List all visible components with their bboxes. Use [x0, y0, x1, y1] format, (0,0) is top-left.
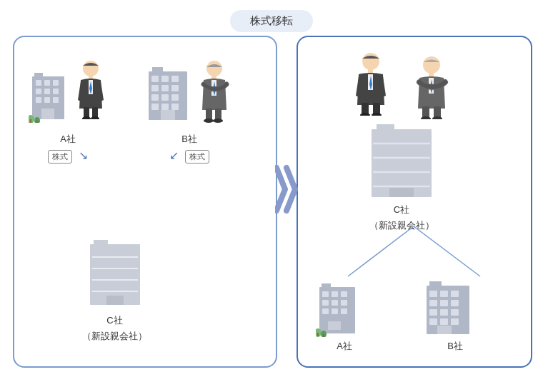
svg-rect-1: [34, 73, 43, 80]
svg-rect-38: [161, 110, 175, 120]
svg-rect-3: [44, 80, 50, 86]
shares-tag-a: 株式: [48, 150, 72, 164]
svg-rect-71: [377, 124, 394, 131]
svg-rect-103: [429, 309, 437, 316]
building-b-right-icon: [423, 280, 487, 337]
svg-rect-86: [341, 300, 347, 306]
svg-line-77: [348, 226, 414, 276]
svg-rect-33: [161, 94, 169, 101]
svg-rect-35: [151, 104, 159, 110]
right-company-a-name: A社: [305, 340, 384, 353]
main-arrow: [275, 164, 298, 217]
left-company-a-name: A社: [29, 133, 107, 146]
person-b-icon: [196, 59, 232, 123]
svg-rect-83: [341, 291, 347, 297]
svg-rect-84: [322, 300, 329, 306]
svg-rect-27: [161, 76, 169, 82]
svg-rect-11: [41, 109, 54, 119]
svg-point-39: [206, 61, 222, 76]
svg-rect-92: [317, 333, 319, 336]
svg-rect-100: [429, 300, 437, 306]
svg-rect-37: [171, 104, 179, 110]
right-company-b: B社: [416, 280, 494, 353]
svg-rect-98: [440, 291, 448, 297]
building-b-icon: [146, 66, 189, 123]
left-company-c-name: C社: [82, 314, 147, 327]
svg-rect-80: [322, 283, 331, 289]
svg-rect-28: [171, 76, 179, 82]
svg-point-62: [423, 56, 440, 74]
person-c2-icon: [412, 55, 452, 119]
building-a-right-icon: [316, 280, 373, 337]
shares-tag-b: 株式: [185, 150, 209, 164]
svg-point-46: [213, 119, 223, 123]
building-c-left-icon: [86, 237, 144, 308]
right-company-c: C社 （新設親会社）: [337, 51, 466, 232]
double-chevron-icon: [275, 164, 298, 214]
svg-point-45: [204, 119, 214, 123]
svg-rect-30: [161, 85, 169, 91]
svg-rect-85: [332, 300, 338, 306]
svg-point-22: [82, 116, 91, 119]
svg-rect-96: [429, 281, 442, 288]
svg-rect-101: [440, 300, 448, 306]
svg-rect-108: [451, 318, 459, 325]
svg-rect-109: [437, 326, 452, 334]
svg-point-54: [362, 53, 379, 70]
svg-rect-104: [440, 309, 448, 316]
svg-rect-4: [53, 80, 59, 86]
svg-line-78: [414, 226, 480, 276]
right-panel: C社 （新設親会社） A社: [297, 36, 532, 368]
svg-rect-32: [151, 94, 159, 101]
svg-point-23: [91, 116, 99, 119]
svg-rect-97: [429, 291, 437, 297]
svg-rect-48: [94, 240, 108, 247]
left-company-b-name: B社: [146, 133, 232, 146]
svg-rect-106: [429, 318, 437, 325]
svg-rect-53: [106, 296, 124, 305]
hierarchy-lines: [305, 226, 523, 283]
svg-rect-7: [53, 89, 59, 94]
left-company-a: A社 株式 ↘: [29, 59, 107, 164]
svg-rect-99: [451, 291, 459, 297]
left-company-c: C社 （新設親会社）: [82, 237, 147, 343]
svg-rect-82: [332, 291, 338, 297]
left-company-c-sub: （新設親会社）: [82, 330, 147, 343]
building-c-right-icon: [366, 122, 437, 201]
svg-rect-105: [451, 309, 459, 316]
svg-rect-31: [171, 85, 179, 91]
svg-rect-81: [322, 291, 329, 297]
svg-rect-36: [161, 104, 169, 110]
left-company-b: B社 ↙ 株式: [146, 59, 232, 164]
svg-rect-10: [53, 97, 59, 103]
person-a-icon: [75, 59, 107, 119]
svg-rect-9: [44, 97, 50, 103]
svg-rect-88: [332, 308, 338, 314]
svg-rect-102: [451, 300, 459, 306]
svg-rect-89: [341, 308, 347, 314]
svg-rect-5: [36, 89, 41, 94]
svg-rect-29: [151, 85, 159, 91]
svg-rect-13: [30, 119, 31, 123]
page-title: 株式移転: [230, 10, 313, 32]
svg-rect-90: [328, 321, 341, 330]
right-company-b-name: B社: [416, 340, 494, 353]
svg-rect-6: [44, 89, 50, 94]
building-a-icon: [29, 69, 68, 123]
left-panel: A社 株式 ↘: [13, 36, 277, 368]
svg-rect-26: [151, 76, 159, 82]
svg-rect-107: [440, 318, 448, 325]
svg-rect-76: [389, 188, 414, 197]
svg-rect-2: [36, 80, 41, 86]
svg-rect-87: [322, 308, 329, 314]
svg-rect-25: [152, 67, 163, 74]
svg-rect-94: [323, 334, 324, 337]
person-c1-icon: [352, 51, 391, 116]
svg-rect-8: [36, 97, 41, 103]
svg-rect-15: [36, 121, 38, 123]
svg-rect-34: [171, 94, 179, 101]
right-company-a: A社: [305, 280, 384, 353]
right-company-c-name: C社: [337, 203, 466, 216]
